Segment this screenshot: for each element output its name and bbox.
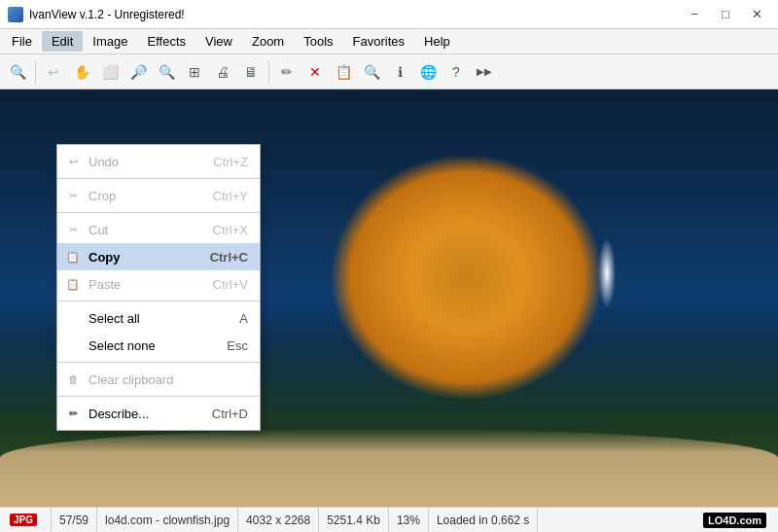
cut-icon: ✂ [65, 222, 81, 237]
tb-undo[interactable]: ↩ [40, 58, 67, 86]
undo-icon: ↩ [65, 154, 81, 169]
clear-clipboard-icon: 🗑 [65, 372, 81, 387]
status-filetype: JPG [6, 508, 52, 532]
tb-sep2 [268, 60, 269, 84]
tb-zoom-out[interactable]: 🔍 [153, 58, 180, 86]
menu-item-crop[interactable]: ✂ Crop Ctrl+Y [57, 182, 260, 209]
tb-cursor[interactable]: ✋ [68, 58, 95, 86]
tb-sep1 [35, 60, 36, 84]
paste-icon: 📋 [65, 276, 81, 292]
describe-icon: ✏ [65, 406, 81, 421]
menu-item-undo[interactable]: ↩ Undo Ctrl+Z [57, 148, 260, 175]
logo-text: LO4D.com [703, 513, 766, 528]
tb-more[interactable]: ▶▶ [471, 58, 498, 86]
window-controls: − □ ✕ [681, 4, 770, 25]
menu-item-select-none[interactable]: Select none Esc [57, 332, 260, 359]
title-bar: IvanView v.1.2 - Unregistered! − □ ✕ [0, 0, 778, 29]
menu-tools[interactable]: Tools [294, 31, 342, 52]
status-bar: JPG 57/59 lo4d.com - clownfish.jpg 4032 … [0, 507, 778, 532]
menu-sep-2 [57, 212, 260, 213]
menu-edit[interactable]: Edit [42, 31, 83, 52]
app-icon [8, 7, 23, 22]
menu-bar: File Edit Image Effects View Zoom Tools … [0, 29, 778, 54]
select-none-icon [65, 337, 81, 353]
tb-open[interactable]: 🔍 [4, 58, 31, 86]
minimize-button[interactable]: − [681, 4, 708, 25]
menu-image[interactable]: Image [83, 31, 137, 52]
filetype-badge: JPG [10, 514, 37, 526]
status-loadtime: Loaded in 0.662 s [429, 508, 538, 532]
tb-monitor[interactable]: 🖥 [237, 58, 265, 86]
menu-sep-1 [57, 178, 260, 179]
status-filename: lo4d.com - clownfish.jpg [97, 508, 238, 532]
menu-item-describe[interactable]: ✏ Describe... Ctrl+D [57, 400, 260, 427]
menu-item-clear-clipboard[interactable]: 🗑 Clear clipboard [57, 366, 260, 393]
status-logo: LO4D.com [703, 513, 772, 527]
menu-sep-5 [57, 396, 260, 397]
copy-icon: 📋 [65, 249, 81, 265]
tb-web[interactable]: 🌐 [414, 58, 442, 86]
menu-sep-3 [57, 301, 260, 301]
tb-search[interactable]: 🔍 [358, 58, 385, 86]
menu-zoom[interactable]: Zoom [242, 31, 294, 52]
close-button[interactable]: ✕ [743, 4, 770, 25]
tb-copy-to[interactable]: 📋 [330, 58, 357, 86]
tb-edit[interactable]: ✏ [273, 58, 301, 86]
window-title: IvanView v.1.2 - Unregistered! [29, 8, 681, 21]
menu-effects[interactable]: Effects [138, 31, 196, 52]
status-filesize: 5251.4 Kb [319, 508, 389, 532]
tb-print[interactable]: 🖨 [209, 58, 236, 86]
status-zoom: 13% [389, 508, 429, 532]
menu-item-select-all[interactable]: Select all A [57, 304, 260, 332]
tb-zoom-in[interactable]: 🔎 [124, 58, 152, 86]
tb-delete[interactable]: ✕ [301, 58, 329, 86]
status-counter: 57/59 [52, 508, 97, 532]
menu-item-copy[interactable]: 📋 Copy Ctrl+C [57, 243, 260, 270]
tb-select[interactable]: ⬜ [96, 58, 124, 86]
status-dimensions: 4032 x 2268 [238, 508, 319, 532]
menu-file[interactable]: File [2, 31, 42, 52]
crop-icon: ✂ [65, 188, 81, 203]
maximize-button[interactable]: □ [712, 4, 739, 25]
tb-info[interactable]: ℹ [386, 58, 413, 86]
tb-help[interactable]: ? [442, 58, 470, 86]
menu-sep-4 [57, 362, 260, 363]
menu-help[interactable]: Help [414, 31, 460, 52]
main-image-area: ↩ Undo Ctrl+Z ✂ Crop Ctrl+Y ✂ Cut Ctrl+X… [0, 89, 778, 507]
toolbar: 🔍 ↩ ✋ ⬜ 🔎 🔍 ⊞ 🖨 🖥 ✏ ✕ 📋 🔍 ℹ 🌐 ? ▶▶ [0, 54, 778, 89]
edit-dropdown-menu: ↩ Undo Ctrl+Z ✂ Crop Ctrl+Y ✂ Cut Ctrl+X… [56, 144, 261, 431]
select-all-icon [65, 310, 81, 326]
menu-item-paste[interactable]: 📋 Paste Ctrl+V [57, 270, 260, 298]
menu-item-cut[interactable]: ✂ Cut Ctrl+X [57, 216, 260, 243]
menu-view[interactable]: View [195, 31, 242, 52]
menu-favorites[interactable]: Favorites [343, 31, 414, 52]
tb-zoom-fit[interactable]: ⊞ [181, 58, 208, 86]
